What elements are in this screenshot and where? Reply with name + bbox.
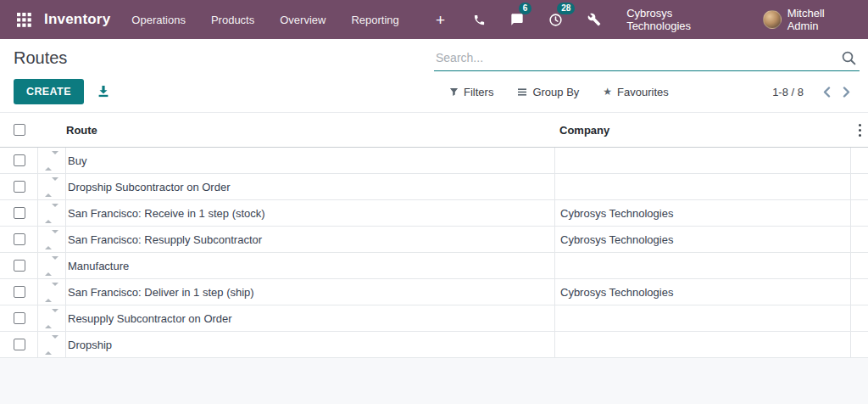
pager-next-button[interactable]	[837, 84, 856, 100]
route-cell[interactable]: Resupply Subcontractor on Order	[66, 305, 554, 331]
quick-create-button[interactable]: +	[431, 8, 450, 31]
row-options-cell	[851, 148, 868, 173]
group-by-bars-icon	[517, 87, 527, 97]
nav-menu-overview[interactable]: Overview	[267, 0, 338, 39]
search-input[interactable]	[434, 51, 860, 64]
drag-handle[interactable]	[37, 332, 66, 357]
row-options-cell	[851, 227, 868, 252]
control-panel-bottom: CREATE Filters	[0, 76, 868, 112]
page-title: Routes	[14, 48, 67, 68]
list-header-row: Route Company	[0, 113, 868, 148]
app-name[interactable]: Inventory	[44, 11, 110, 28]
company-cell[interactable]: Cybrosys Technologies	[554, 279, 851, 305]
column-route-header[interactable]: Route	[66, 113, 554, 147]
nav-menu-operations[interactable]: Operations	[119, 0, 198, 39]
company-switcher[interactable]: Cybrosys Technologies	[626, 7, 737, 32]
route-cell[interactable]: Dropship Subcontractor on Order	[66, 174, 554, 199]
search-icon[interactable]	[841, 50, 856, 69]
drag-handle-icon	[45, 339, 58, 351]
table-row[interactable]: Dropship	[0, 332, 868, 358]
row-checkbox[interactable]	[14, 339, 25, 350]
content-background	[0, 358, 868, 404]
list-body: Buy Dropship Subcontractor on Order San …	[0, 148, 868, 358]
nav-menu-reporting[interactable]: Reporting	[338, 0, 411, 39]
messages-menu-button[interactable]: 6	[508, 8, 527, 31]
row-checkbox[interactable]	[14, 233, 25, 245]
table-row[interactable]: Manufacture	[0, 253, 868, 279]
drag-handle-icon	[45, 207, 58, 220]
voip-button[interactable]	[469, 8, 488, 31]
pager: 1-8 / 8	[772, 84, 856, 100]
row-checkbox-cell	[0, 305, 37, 331]
route-cell[interactable]: San Francisco: Receive in 1 step (stock)	[66, 200, 554, 226]
optional-columns-button[interactable]	[851, 113, 868, 147]
row-checkbox[interactable]	[14, 260, 25, 272]
tools-wrench-icon	[587, 13, 601, 26]
company-cell[interactable]	[554, 305, 851, 331]
user-name: Mitchell Admin	[787, 7, 856, 32]
drag-handle-icon	[45, 312, 58, 325]
chevron-right-icon	[843, 87, 850, 98]
route-cell[interactable]: Manufacture	[66, 253, 554, 278]
route-cell[interactable]: San Francisco: Deliver in 1 step (ship)	[66, 279, 554, 305]
filters-button[interactable]: Filters	[449, 86, 493, 98]
company-cell[interactable]	[554, 332, 851, 357]
drag-handle[interactable]	[37, 174, 66, 199]
activities-badge: 28	[557, 3, 575, 14]
apps-menu-button[interactable]	[14, 9, 34, 30]
row-checkbox[interactable]	[14, 312, 25, 324]
company-cell[interactable]	[554, 174, 851, 199]
pager-previous-button[interactable]	[817, 84, 837, 100]
user-avatar	[763, 10, 782, 29]
row-checkbox[interactable]	[14, 181, 25, 193]
company-cell[interactable]	[554, 148, 851, 173]
drag-handle[interactable]	[37, 148, 66, 173]
company-cell[interactable]: Cybrosys Technologies	[554, 227, 851, 252]
table-row[interactable]: Buy	[0, 148, 868, 174]
drag-handle-icon	[45, 181, 58, 193]
row-options-cell	[851, 279, 868, 305]
activities-menu-button[interactable]: 28	[546, 8, 565, 31]
route-cell[interactable]: Buy	[66, 148, 554, 173]
table-row[interactable]: Dropship Subcontractor on Order	[0, 174, 868, 200]
row-options-cell	[851, 174, 868, 199]
pager-range: 1-8 / 8	[772, 86, 804, 98]
drag-handle[interactable]	[37, 279, 66, 305]
row-checkbox-cell	[0, 174, 37, 199]
drag-handle[interactable]	[37, 253, 66, 278]
table-row[interactable]: San Francisco: Resupply Subcontractor Cy…	[0, 227, 868, 253]
row-checkbox-cell	[0, 227, 37, 252]
search-options-and-pager: Filters Group By ★	[442, 84, 868, 100]
group-by-button[interactable]: Group By	[517, 86, 579, 98]
row-checkbox[interactable]	[14, 154, 25, 166]
drag-handle[interactable]	[37, 200, 66, 226]
handle-header-cell	[37, 113, 66, 147]
drag-handle-icon	[45, 233, 58, 246]
route-cell[interactable]: San Francisco: Resupply Subcontractor	[66, 227, 554, 252]
control-panel-top: Routes	[0, 39, 868, 76]
drag-handle[interactable]	[37, 227, 66, 252]
routes-list: Route Company Buy Dropship Subcon	[0, 113, 868, 358]
row-checkbox-cell	[0, 279, 37, 305]
table-row[interactable]: San Francisco: Receive in 1 step (stock)…	[0, 200, 868, 227]
search-box	[434, 44, 860, 71]
row-checkbox[interactable]	[14, 286, 25, 298]
column-company-header[interactable]: Company	[554, 113, 851, 147]
create-button[interactable]: CREATE	[14, 79, 84, 104]
table-row[interactable]: San Francisco: Deliver in 1 step (ship) …	[0, 279, 868, 305]
favourites-button[interactable]: ★ Favourites	[603, 86, 668, 98]
row-checkbox[interactable]	[14, 207, 25, 219]
table-row[interactable]: Resupply Subcontractor on Order	[0, 305, 868, 332]
tools-menu-button[interactable]	[585, 8, 604, 31]
nav-menu-products[interactable]: Products	[198, 0, 267, 39]
drag-handle[interactable]	[37, 305, 66, 331]
nav-menu: Operations Products Overview Reporting	[119, 0, 411, 39]
route-cell[interactable]: Dropship	[66, 332, 554, 357]
user-menu[interactable]: Mitchell Admin	[763, 7, 856, 32]
company-cell[interactable]	[554, 253, 851, 278]
drag-handle-icon	[45, 260, 58, 272]
plus-icon: +	[436, 12, 445, 28]
export-button[interactable]	[97, 85, 110, 98]
company-cell[interactable]: Cybrosys Technologies	[554, 200, 851, 226]
select-all-checkbox[interactable]	[14, 124, 25, 136]
